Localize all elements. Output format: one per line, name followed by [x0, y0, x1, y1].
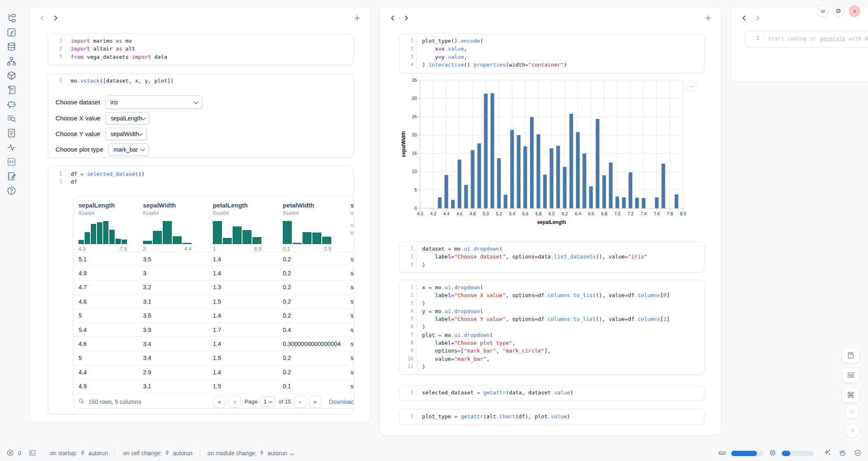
table-row[interactable]: 4.93.11.50.1setos — [73, 379, 354, 393]
tracing-icon[interactable] — [7, 143, 16, 152]
notebook-menu-button[interactable] — [817, 5, 829, 17]
column-type: float64 — [213, 210, 277, 216]
code-editor[interactable]: 1Start coding or generate with AI — [746, 31, 868, 46]
column-histogram[interactable] — [213, 221, 261, 244]
connection-status-icon[interactable] — [854, 449, 861, 458]
cell-imports[interactable]: 1import marimo as mo2import altair as al… — [48, 33, 354, 65]
column-2-panel: 1⌄plot_type().encode(2 x=x.value,3 y=y.v… — [379, 7, 722, 436]
stop-button[interactable] — [845, 404, 860, 419]
download-link[interactable]: Download — [329, 399, 354, 405]
chart-actions-button[interactable]: ⋯ — [686, 81, 697, 92]
dependency-graph-icon[interactable] — [7, 56, 16, 66]
runtime-config-item[interactable]: on startup: autorun — [50, 449, 108, 457]
plot-type-select[interactable]: mark_bar — [108, 143, 149, 156]
cell-plot-encode[interactable]: 1⌄plot_type().encode(2 x=x.value,3 y=y.v… — [399, 33, 704, 73]
add-cell-button[interactable] — [352, 14, 362, 23]
run-button[interactable] — [845, 423, 860, 438]
table-row[interactable]: 53.61.40.2setos — [73, 309, 354, 323]
page-select[interactable]: 1 — [260, 396, 275, 407]
document-icon[interactable] — [7, 128, 16, 138]
table-row[interactable]: 5.13.51.40.2setos — [73, 252, 354, 266]
cell-empty-scratch[interactable]: 1Start coding or generate with AI — [745, 31, 868, 48]
column-histogram[interactable] — [283, 221, 331, 244]
column-name[interactable]: petalLength — [213, 202, 277, 209]
table-row[interactable]: 5.43.91.70.4setos — [73, 323, 354, 337]
line-number: 1⌄ — [399, 284, 417, 291]
column-name[interactable]: sepalLength — [78, 202, 138, 209]
last-page-button[interactable]: » — [309, 396, 321, 408]
column-scroll-right-button[interactable] — [401, 14, 411, 23]
cell-plot-type[interactable]: 1plot_type = getattr(alt.Chart(df), plot… — [399, 409, 704, 425]
cell-dataset-dropdown[interactable]: 1⌄dataset = mo.ui.dropdown(2 label="Choo… — [399, 241, 704, 273]
table-row[interactable]: 4.63.11.50.2setos — [73, 294, 354, 308]
altair-bar-chart[interactable]: 051015202530354.04.24.44.64.85.05.25.45.… — [400, 76, 688, 230]
cell-vstack[interactable]: 1mo.vstack([dataset, x, y, plot]) Choose… — [48, 73, 354, 158]
runtime-bot-icon[interactable] — [839, 449, 846, 458]
column-name[interactable]: sepalWidth — [143, 202, 208, 209]
keyboard-shortcuts-button[interactable]: ⌘ — [842, 387, 860, 403]
code-editor[interactable]: 1⌄x = mo.ui.dropdown(2 label="Choose X v… — [399, 280, 704, 374]
column-scroll-right-button[interactable] — [753, 14, 762, 23]
ai-sparkles-icon[interactable] — [824, 449, 831, 458]
table-row[interactable]: 4.63.41.40.3000000000000004setos — [73, 337, 354, 350]
save-button[interactable] — [842, 348, 860, 363]
code-editor[interactable]: 1selected_dataset = getattr(data, datase… — [399, 385, 704, 400]
file-tree-icon[interactable] — [7, 13, 16, 23]
column-name[interactable]: petalWidth — [283, 202, 345, 209]
cell-dataframe[interactable]: 1df = selected_dataset()2df sepalLengthf… — [48, 166, 354, 414]
shutdown-button[interactable] — [849, 5, 860, 17]
dropdown-label: Choose Y value — [55, 130, 100, 138]
runtime-config-item[interactable]: on module change: autorun — [208, 449, 293, 457]
errors-indicator-icon[interactable] — [7, 449, 14, 458]
add-cell-button[interactable] — [703, 14, 713, 23]
scroll-icon[interactable] — [7, 85, 16, 95]
svg-text:5.8: 5.8 — [536, 211, 542, 216]
first-page-button[interactable]: « — [213, 396, 226, 408]
search-icon[interactable] — [78, 398, 85, 406]
cpu-usage-bar — [782, 451, 814, 456]
column-scroll-left-button[interactable] — [739, 14, 749, 23]
scratchpad-icon[interactable] — [7, 171, 16, 181]
svg-text:6.0: 6.0 — [549, 211, 555, 216]
column-scroll-left-button[interactable] — [37, 14, 47, 23]
column-scroll-left-button[interactable] — [388, 14, 398, 23]
column-scroll-right-button[interactable] — [51, 14, 60, 23]
cell-xy-plot-dropdowns[interactable]: 1⌄x = mo.ui.dropdown(2 label="Choose X v… — [399, 280, 704, 375]
dropdown-label: Choose dataset — [55, 99, 100, 106]
table-row[interactable]: 4.73.21.30.2setos — [73, 280, 354, 294]
code-editor[interactable]: 1⌄plot_type().encode(2 x=x.value,3 y=y.v… — [399, 34, 704, 72]
terminal-icon[interactable] — [29, 449, 36, 458]
column-histogram[interactable] — [143, 221, 192, 244]
table-row[interactable]: 53.41.50.2setos — [73, 351, 354, 365]
logs-search-icon[interactable] — [7, 114, 16, 124]
hist-min: 0.1 — [283, 246, 290, 252]
runtime-config-item[interactable]: on cell change: autorun — [123, 449, 192, 457]
database-icon[interactable] — [7, 42, 16, 52]
column-histogram[interactable] — [78, 221, 127, 244]
cell-selected-dataset[interactable]: 1selected_dataset = getattr(data, datase… — [399, 385, 704, 401]
svg-text:sepalLength: sepalLength — [537, 219, 566, 225]
table-row[interactable]: 4.931.40.2setos — [73, 266, 354, 280]
line-number: 4 — [399, 61, 417, 69]
column-name[interactable]: speci — [351, 202, 354, 209]
table-row[interactable]: 4.42.91.40.2setos — [73, 365, 354, 379]
snippets-icon[interactable] — [7, 157, 16, 167]
layout-toggle-button[interactable] — [842, 367, 860, 383]
chevron-down-icon — [141, 147, 145, 151]
code-editor[interactable]: 1⌄dataset = mo.ui.dropdown(2 label="Choo… — [399, 242, 704, 272]
dataset-select[interactable]: iris — [105, 95, 202, 109]
settings-gear-button[interactable]: ⚙ — [833, 5, 844, 17]
code-editor[interactable]: 1import marimo as mo2import altair as al… — [48, 34, 353, 64]
code-editor[interactable]: 1plot_type = getattr(alt.Chart(df), plot… — [399, 409, 704, 424]
y-value-select[interactable]: sepalWidth — [105, 128, 147, 140]
chat-bot-icon[interactable] — [7, 99, 16, 109]
help-icon[interactable] — [7, 186, 16, 196]
prev-page-button[interactable]: ‹ — [229, 396, 241, 408]
x-value-select[interactable]: sepalLength — [105, 112, 149, 124]
function-square-icon[interactable]: ƒ — [7, 28, 16, 37]
next-page-button[interactable]: › — [294, 396, 306, 408]
code-editor[interactable]: 1df = selected_dataset()2df — [48, 167, 353, 189]
code-editor[interactable]: 1mo.vstack([dataset, x, y, plot]) — [48, 74, 353, 88]
package-icon[interactable] — [7, 71, 16, 81]
line-number: 2 — [399, 291, 417, 299]
